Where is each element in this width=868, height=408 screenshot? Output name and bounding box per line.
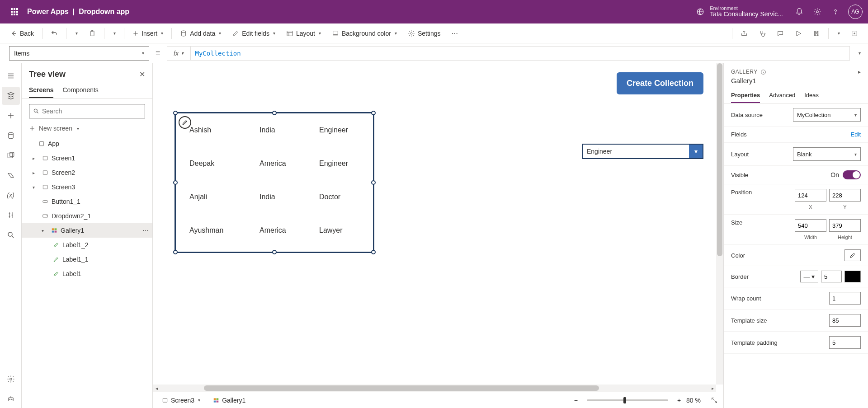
info-icon[interactable] — [760, 69, 766, 75]
dropdown-control[interactable]: Engineer ▾ — [582, 144, 703, 159]
zoom-in-button[interactable]: + — [677, 397, 681, 404]
notifications-icon[interactable] — [790, 3, 808, 21]
formula-expand-button[interactable]: ▾ — [850, 46, 868, 61]
tree-item-button1[interactable]: Button1_1 — [22, 194, 152, 209]
position-y-input[interactable] — [829, 189, 861, 202]
tab-screens[interactable]: Screens — [29, 83, 53, 98]
tools-rail-icon[interactable] — [2, 206, 20, 224]
settings-gear-icon[interactable] — [808, 3, 826, 21]
resize-handle[interactable] — [272, 111, 277, 115]
share-button[interactable] — [736, 26, 752, 41]
flows-rail-icon[interactable] — [2, 166, 20, 184]
horizontal-scrollbar[interactable]: ◂▸ — [153, 385, 716, 392]
tab-components[interactable]: Components — [62, 83, 98, 98]
template-padding-input[interactable] — [829, 336, 861, 349]
paste-button[interactable] — [84, 26, 100, 41]
tab-properties[interactable]: Properties — [731, 88, 760, 103]
chevron-right-icon[interactable]: ▸ — [33, 156, 39, 161]
help-icon[interactable] — [826, 3, 844, 21]
resize-handle[interactable] — [371, 111, 376, 115]
app-checker-button[interactable] — [754, 26, 770, 41]
search-input[interactable] — [42, 108, 141, 115]
insert-button[interactable]: Insert ▾ — [128, 26, 168, 41]
save-split[interactable]: ▾ — [832, 26, 844, 41]
settings-button[interactable]: Settings — [403, 26, 445, 41]
gallery-row[interactable]: Ayushman America Lawyer — [176, 214, 373, 247]
fx-label[interactable]: fx▾ — [167, 46, 190, 61]
insert-rail-icon[interactable] — [2, 107, 20, 125]
tab-ideas[interactable]: Ideas — [804, 88, 819, 103]
border-style-select[interactable]: — ▾ — [800, 271, 818, 282]
position-x-input[interactable] — [795, 189, 826, 202]
tree-search[interactable] — [29, 104, 145, 118]
tab-advanced[interactable]: Advanced — [769, 88, 795, 103]
fit-screen-button[interactable] — [711, 397, 718, 404]
breadcrumb-screen[interactable]: Screen3 ▾ — [158, 395, 204, 406]
tree-item-screen1[interactable]: ▸ Screen1 — [22, 151, 152, 165]
tree-item-screen3[interactable]: ▾ Screen3 — [22, 180, 152, 194]
play-button[interactable] — [790, 26, 807, 41]
vertical-scrollbar[interactable] — [716, 63, 723, 385]
data-source-select[interactable]: MyCollection▾ — [793, 108, 861, 122]
width-input[interactable] — [795, 219, 826, 232]
edit-fields-link[interactable]: Edit — [851, 131, 861, 138]
add-data-button[interactable]: Add data ▾ — [175, 26, 226, 41]
resize-handle[interactable] — [371, 250, 376, 254]
tree-item-screen2[interactable]: ▸ Screen2 — [22, 165, 152, 180]
close-icon[interactable]: ✕ — [139, 70, 145, 79]
resize-handle[interactable] — [173, 250, 178, 254]
tree-item-gallery1[interactable]: ▾ Gallery1 ⋯ — [22, 223, 152, 238]
chevron-down-icon[interactable]: ▾ — [33, 185, 39, 190]
height-input[interactable] — [829, 219, 861, 232]
user-avatar[interactable]: AG — [848, 5, 863, 19]
gallery-row[interactable]: Anjali India Doctor — [176, 180, 373, 214]
gallery-control[interactable]: Ashish India Engineer Deepak America Eng… — [175, 112, 374, 253]
tree-item-label1-2[interactable]: Label1_2 — [22, 238, 152, 252]
color-picker[interactable] — [844, 249, 861, 261]
edit-template-button[interactable] — [179, 116, 191, 129]
border-color-picker[interactable] — [844, 271, 861, 282]
chevron-right-icon[interactable]: ▸ — [858, 69, 861, 75]
settings-rail-icon[interactable] — [2, 370, 20, 388]
border-width-input[interactable] — [821, 271, 842, 282]
chevron-down-icon[interactable]: ▾ — [42, 228, 48, 233]
zoom-slider[interactable] — [587, 399, 668, 401]
wrap-count-input[interactable] — [829, 292, 861, 305]
resize-handle[interactable] — [371, 180, 376, 185]
undo-split[interactable]: ▾ — [70, 26, 82, 41]
resize-handle[interactable] — [272, 250, 277, 254]
template-size-input[interactable] — [829, 314, 861, 327]
data-rail-icon[interactable] — [2, 127, 20, 145]
gallery-row[interactable]: Deepak America Engineer — [176, 147, 373, 180]
comments-button[interactable] — [772, 26, 788, 41]
save-button[interactable] — [808, 26, 825, 41]
back-button[interactable]: Back — [5, 26, 38, 41]
tree-item-dropdown2[interactable]: Dropdown2_1 — [22, 209, 152, 223]
resize-handle[interactable] — [173, 180, 178, 185]
resize-handle[interactable] — [173, 111, 178, 115]
breadcrumb-gallery[interactable]: Gallery1 — [209, 395, 249, 406]
formula-input[interactable]: MyCollection — [190, 46, 850, 61]
more-icon[interactable]: ⋯ — [142, 227, 149, 234]
tree-item-label1-1[interactable]: Label1_1 — [22, 252, 152, 267]
chevron-right-icon[interactable]: ▸ — [33, 170, 39, 175]
paste-split[interactable]: ▾ — [108, 26, 120, 41]
tree-item-app[interactable]: App — [22, 136, 152, 151]
publish-button[interactable] — [846, 26, 863, 41]
media-rail-icon[interactable] — [2, 146, 20, 164]
zoom-out-button[interactable]: − — [574, 397, 578, 404]
overflow-button[interactable]: ⋯ — [447, 26, 462, 41]
bg-color-button[interactable]: Background color ▾ — [327, 26, 401, 41]
layout-select[interactable]: Blank▾ — [793, 147, 861, 161]
gallery-row[interactable]: Ashish India Engineer — [176, 113, 373, 147]
tree-item-label1[interactable]: Label1 — [22, 267, 152, 281]
app-launcher-icon[interactable] — [5, 3, 24, 21]
new-screen-button[interactable]: New screen ▾ — [22, 122, 152, 135]
variables-rail-icon[interactable]: (x) — [2, 186, 20, 204]
search-rail-icon[interactable] — [2, 226, 20, 244]
bot-rail-icon[interactable] — [2, 390, 20, 408]
undo-button[interactable] — [46, 26, 62, 41]
layout-button[interactable]: Layout ▾ — [282, 26, 326, 41]
property-selector[interactable]: Items ▾ — [9, 46, 149, 61]
create-collection-button[interactable]: Create Collection — [617, 72, 703, 94]
